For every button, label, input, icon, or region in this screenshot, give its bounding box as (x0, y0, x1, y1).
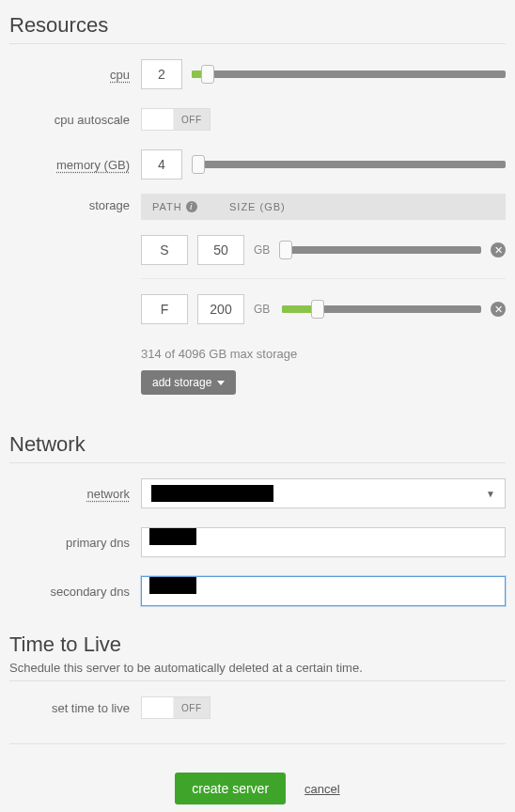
remove-icon[interactable]: ✕ (491, 242, 506, 258)
storage-usage-note: 314 of 4096 GB max storage (141, 347, 506, 361)
redacted-value (151, 485, 273, 502)
info-icon[interactable]: i (186, 201, 197, 212)
caret-down-icon (217, 381, 225, 385)
chevron-down-icon: ▼ (486, 489, 495, 499)
label-cpu-autoscale: cpu autoscale (9, 113, 141, 127)
label-cpu: cpu (9, 68, 141, 82)
storage-slider[interactable] (282, 304, 481, 315)
section-title-resources: Resources (9, 13, 506, 38)
divider (9, 462, 506, 463)
redacted-value (149, 528, 196, 545)
add-storage-button[interactable]: add storage (141, 370, 236, 395)
divider (9, 743, 506, 744)
cancel-link[interactable]: cancel (304, 782, 340, 796)
storage-slider[interactable] (282, 244, 481, 256)
network-select[interactable]: ▼ (141, 478, 506, 508)
secondary-dns-input[interactable] (141, 576, 506, 606)
ttl-toggle[interactable]: OFF (141, 696, 211, 719)
storage-row: GB ✕ (141, 294, 506, 337)
label-set-ttl: set time to live (9, 701, 141, 715)
remove-icon[interactable]: ✕ (491, 302, 506, 317)
cpu-autoscale-toggle[interactable]: OFF (141, 108, 211, 131)
section-title-network: Network (9, 432, 506, 457)
cpu-slider[interactable] (192, 69, 506, 80)
storage-size-input[interactable] (197, 294, 244, 324)
create-server-button[interactable]: create server (175, 773, 286, 804)
storage-size-input[interactable] (197, 235, 244, 265)
storage-path-input[interactable] (141, 294, 188, 324)
storage-path-input[interactable] (141, 235, 188, 265)
storage-header: PATH i SIZE (GB) (141, 194, 506, 220)
primary-dns-input[interactable] (141, 527, 506, 557)
divider (9, 680, 506, 681)
memory-slider[interactable] (192, 159, 506, 170)
memory-input[interactable] (141, 149, 182, 180)
cpu-input[interactable] (141, 59, 182, 89)
label-primary-dns: primary dns (9, 536, 141, 550)
section-title-ttl: Time to Live (9, 632, 506, 657)
label-memory: memory (GB) (9, 158, 141, 172)
storage-unit: GB (254, 303, 273, 316)
label-network: network (9, 487, 141, 501)
label-secondary-dns: secondary dns (9, 585, 141, 599)
ttl-description: Schedule this server to be automatically… (9, 661, 506, 675)
storage-row: GB ✕ (141, 235, 506, 279)
divider (9, 43, 506, 44)
storage-unit: GB (254, 243, 273, 257)
label-storage: storage (9, 198, 141, 212)
redacted-value (149, 577, 196, 594)
